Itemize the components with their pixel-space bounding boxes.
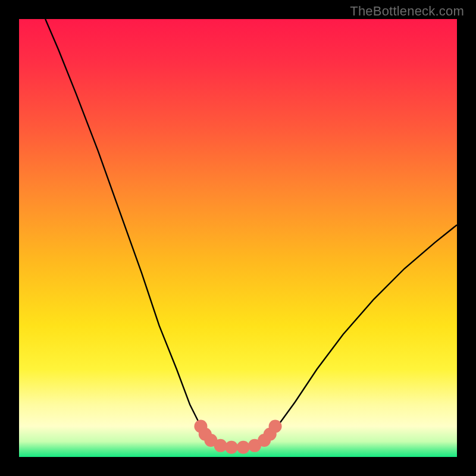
highlight-dot [269, 419, 282, 433]
highlight-dot [214, 439, 227, 452]
watermark-text: TheBottleneck.com [350, 4, 464, 19]
highlight-dot [237, 441, 250, 454]
chart-frame: TheBottleneck.com [0, 0, 476, 476]
bottleneck-chart [19, 19, 457, 457]
gradient-background [19, 19, 457, 457]
highlight-dot [225, 441, 238, 454]
plot-area [19, 19, 457, 457]
